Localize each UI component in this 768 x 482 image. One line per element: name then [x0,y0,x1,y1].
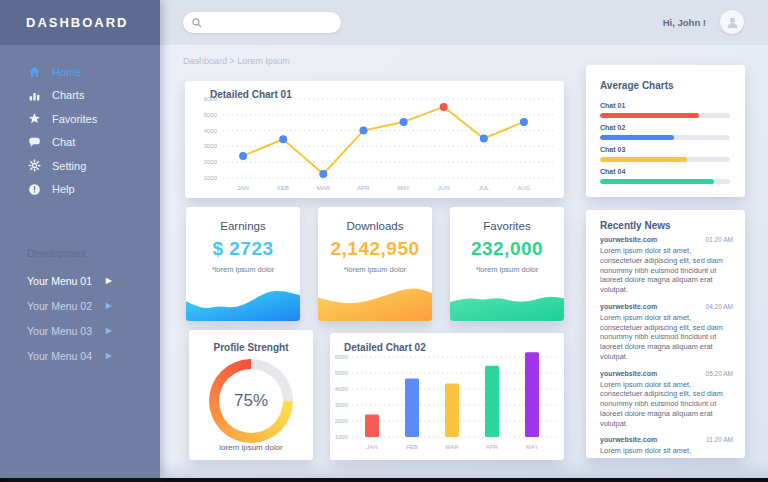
search-bar[interactable] [183,12,341,33]
detailed-chart-02-card: Detailed Chart 02 6000500040003000200010… [330,333,564,460]
search-input[interactable] [209,18,333,28]
sidebar-item-home[interactable]: Home [0,60,160,84]
sidebar-nav: HomeChartsFavoritesChatSettingHelp [0,60,160,201]
progress-row: Chat 04 [600,168,730,184]
card-title: Recently News [600,220,671,231]
news-timestamp: 04:20 AM [706,303,733,310]
submenu-label: Your Menu 02 [27,300,92,312]
sidebar-item-label: Charts [52,89,84,101]
stat-note: *lorem ipsum dolor [318,265,432,274]
svg-text:APR: APR [357,185,370,191]
profile-caption: lorem ipsum dolor [189,443,313,452]
news-item-header: yourwebsite.com01:20 AM [600,236,733,243]
news-body: Lorem ipsum dolor sit amet, consectetuer… [600,380,733,429]
svg-text:6000: 6000 [204,96,218,102]
progress-fill [600,135,674,140]
svg-text:6000: 6000 [335,354,349,360]
news-body: Lorem ipsum dolor sit amet, consectetuer… [600,446,733,458]
news-body: Lorem ipsum dolor sit amet, consectetuer… [600,246,733,295]
progress-track [600,157,730,162]
svg-text:MAR: MAR [445,444,459,450]
submenu-label: Your Menu 01 [27,275,92,287]
help-icon [27,182,41,196]
chat-icon [27,135,41,149]
profile-strength-card: Profile Strenght 75% lorem ipsum dolor [189,330,313,460]
progress-fill [600,179,714,184]
news-item: yourwebsite.com05:20 AMLorem ipsum dolor… [600,370,733,429]
svg-text:JAN: JAN [366,444,377,450]
news-item-header: yourwebsite.com11:20 AM [600,436,733,443]
svg-text:1000: 1000 [335,434,349,440]
news-source-link[interactable]: yourwebsite.com [600,236,657,243]
sidebar-item-chat[interactable]: Chat [0,131,160,155]
line-chart: 600050004000300020001000JANFEBMARAPRMAYJ… [185,81,564,198]
recently-news-card: Recently News yourwebsite.com01:20 AMLor… [586,210,745,458]
card-title: Average Charts [600,80,674,91]
bar-chart: 600050004000300020001000JANFEBMARAPRMAY [330,333,564,460]
sidebar-submenus: Your Menu 01▶Your Menu 02▶Your Menu 03▶Y… [0,268,160,368]
news-item-header: yourwebsite.com05:20 AM [600,370,733,377]
sidebar-item-label: Home [52,66,81,78]
svg-text:4000: 4000 [335,386,349,392]
svg-text:2000: 2000 [204,159,218,165]
sidebar-section-label: Development [27,248,86,259]
progress-label: Chat 03 [600,146,730,153]
news-timestamp: 01:20 AM [706,236,733,243]
avatar[interactable] [720,10,744,34]
sidebar-submenu-1[interactable]: Your Menu 01▶ [0,268,160,293]
window-bottom-edge [0,478,768,482]
progress-bar-list: Chat 01Chat 02Chat 03Chat 04 [600,102,730,190]
stat-note: *lorem ipsum dolor [450,265,564,274]
app-logo: DASHBOARD [0,0,160,45]
stat-card-earnings: Earnings$ 2723*lorem ipsum dolor [186,207,300,321]
home-icon [27,65,41,79]
sidebar-item-label: Help [52,183,75,195]
news-timestamp: 11:20 AM [706,436,733,443]
sidebar-submenu-2[interactable]: Your Menu 02▶ [0,293,160,318]
news-timestamp: 05:20 AM [706,370,733,377]
gear-icon [27,159,41,173]
progress-label: Chat 01 [600,102,730,109]
stat-title: Downloads [318,220,432,232]
chevron-right-icon: ▶ [106,301,112,310]
sidebar-item-charts[interactable]: Charts [0,84,160,108]
news-item: yourwebsite.com04:20 AMLorem ipsum dolor… [600,303,733,362]
charts-icon [27,88,41,102]
svg-text:5000: 5000 [204,112,218,118]
svg-text:MAR: MAR [317,185,331,191]
svg-text:3000: 3000 [204,143,218,149]
sidebar-item-setting[interactable]: Setting [0,154,160,178]
sidebar-item-label: Setting [52,160,86,172]
breadcrumb: Dashboard > Lorem Ipsum [183,56,290,66]
news-list: yourwebsite.com01:20 AMLorem ipsum dolor… [600,236,733,458]
svg-text:JUL: JUL [478,185,489,191]
svg-text:3000: 3000 [335,402,349,408]
stat-title: Favorites [450,220,564,232]
news-source-link[interactable]: yourwebsite.com [600,370,657,377]
progress-track [600,179,730,184]
sidebar-submenu-4[interactable]: Your Menu 04▶ [0,343,160,368]
news-item-header: yourwebsite.com04:20 AM [600,303,733,310]
svg-text:APR: APR [486,444,499,450]
progress-row: Chat 01 [600,102,730,118]
sidebar: DASHBOARD HomeChartsFavoritesChatSetting… [0,0,160,478]
submenu-label: Your Menu 04 [27,350,92,362]
chevron-right-icon: ▶ [106,326,112,335]
sidebar-item-favorites[interactable]: Favorites [0,107,160,131]
progress-row: Chat 02 [600,124,730,140]
sidebar-submenu-3[interactable]: Your Menu 03▶ [0,318,160,343]
news-source-link[interactable]: yourwebsite.com [600,436,657,443]
chevron-right-icon: ▶ [106,276,112,285]
app-title: DASHBOARD [26,15,129,30]
svg-text:MAY: MAY [397,185,410,191]
sidebar-item-help[interactable]: Help [0,178,160,202]
search-icon [191,17,203,29]
sparkline-area-chart [318,281,432,321]
stat-value: $ 2723 [186,238,300,260]
news-source-link[interactable]: yourwebsite.com [600,303,657,310]
progress-track [600,135,730,140]
svg-text:1000: 1000 [204,175,218,181]
sidebar-item-label: Chat [52,136,75,148]
svg-text:4000: 4000 [204,128,218,134]
stat-title: Earnings [186,220,300,232]
